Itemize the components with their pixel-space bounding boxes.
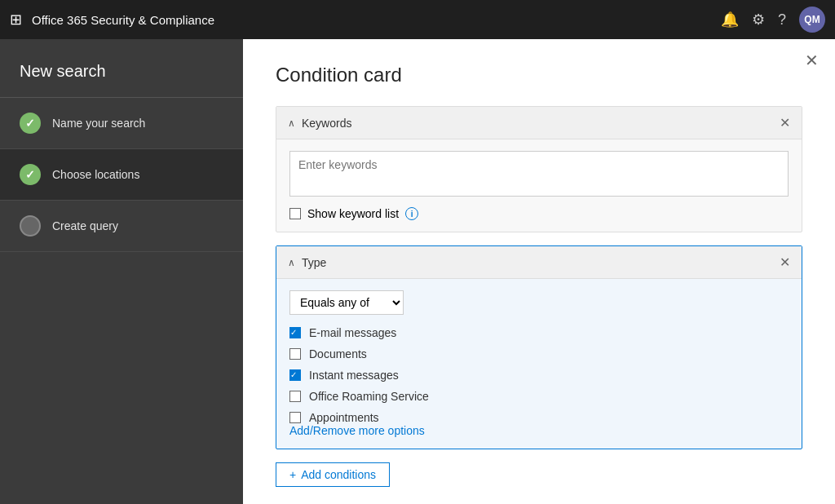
type-checkbox-roaming[interactable] xyxy=(289,391,301,402)
plus-icon: + xyxy=(289,468,296,481)
type-label-roaming: Office Roaming Service xyxy=(309,390,429,403)
content-area: ✕ Condition card ∧ Keywords ✕ Show keywo… xyxy=(243,39,835,504)
sidebar-item-choose-locations[interactable]: ✓ Choose locations xyxy=(0,149,243,201)
add-conditions-label: Add conditions xyxy=(301,468,376,481)
sidebar: New search ✓ Name your search ✓ Choose l… xyxy=(0,39,243,504)
topbar-actions: 🔔 ⚙ ? QM xyxy=(721,7,825,33)
info-icon[interactable]: i xyxy=(405,207,418,220)
dialog-title: Condition card xyxy=(276,64,802,86)
keywords-chevron-icon: ∧ xyxy=(288,117,295,129)
show-keyword-row: Show keyword list i xyxy=(289,207,789,220)
sidebar-label-create-query: Create query xyxy=(52,219,118,232)
type-card: ∧ Type ✕ Equals any of Equals Not equals… xyxy=(276,245,802,449)
type-heading: Type xyxy=(302,256,326,269)
sidebar-item-name-search[interactable]: ✓ Name your search xyxy=(0,98,243,149)
type-option-appointments[interactable]: Appointments xyxy=(289,411,789,424)
keywords-card-title-area: ∧ Keywords xyxy=(288,117,351,130)
gear-icon[interactable]: ⚙ xyxy=(752,11,765,29)
step-circle-name-search: ✓ xyxy=(20,113,41,134)
keywords-input[interactable] xyxy=(289,151,789,197)
type-checkbox-appointments[interactable] xyxy=(289,412,301,423)
step-circle-choose-locations: ✓ xyxy=(20,164,41,185)
type-label-instant: Instant messages xyxy=(309,369,399,382)
type-checkbox-email[interactable] xyxy=(289,327,301,338)
grid-icon[interactable]: ⊞ xyxy=(10,11,22,29)
keywords-card-header: ∧ Keywords ✕ xyxy=(276,107,802,139)
type-checkbox-instant[interactable] xyxy=(289,369,301,381)
type-card-header: ∧ Type ✕ xyxy=(276,246,802,279)
topbar: ⊞ Office 365 Security & Compliance 🔔 ⚙ ?… xyxy=(0,0,835,39)
type-option-office-roaming[interactable]: Office Roaming Service xyxy=(289,390,789,403)
show-keyword-label: Show keyword list xyxy=(307,207,399,220)
keywords-heading: Keywords xyxy=(302,117,351,130)
avatar[interactable]: QM xyxy=(799,7,825,33)
type-label-documents: Documents xyxy=(309,347,367,360)
bell-icon[interactable]: 🔔 xyxy=(721,11,739,29)
type-options-list: E-mail messages Documents Instant messag… xyxy=(289,326,789,424)
type-label-appointments: Appointments xyxy=(309,411,379,424)
type-checkbox-documents[interactable] xyxy=(289,348,301,360)
sidebar-label-name-search: Name your search xyxy=(52,117,145,130)
type-card-body: Equals any of Equals Not equals E-mail m… xyxy=(276,279,802,449)
type-label-email: E-mail messages xyxy=(309,326,396,339)
type-option-documents[interactable]: Documents xyxy=(289,347,789,360)
app-title: Office 365 Security & Compliance xyxy=(32,13,721,27)
type-select[interactable]: Equals any of Equals Not equals xyxy=(289,290,404,315)
sidebar-item-create-query[interactable]: Create query xyxy=(0,201,243,252)
add-conditions-button[interactable]: + Add conditions xyxy=(276,462,390,487)
type-chevron-icon: ∧ xyxy=(288,257,295,268)
main-layout: New search ✓ Name your search ✓ Choose l… xyxy=(0,39,835,504)
keywords-card-body: Show keyword list i xyxy=(276,139,802,232)
type-option-instant-messages[interactable]: Instant messages xyxy=(289,369,789,382)
show-keyword-checkbox[interactable] xyxy=(289,208,301,219)
add-remove-link[interactable]: Add/Remove more options xyxy=(289,424,425,437)
step-circle-create-query xyxy=(20,215,41,237)
keywords-card-close-button[interactable]: ✕ xyxy=(780,115,790,130)
dialog-close-button[interactable]: ✕ xyxy=(805,52,819,69)
type-card-close-button[interactable]: ✕ xyxy=(780,254,790,270)
keywords-card: ∧ Keywords ✕ Show keyword list i xyxy=(276,106,802,232)
type-option-email[interactable]: E-mail messages xyxy=(289,326,789,339)
help-icon[interactable]: ? xyxy=(778,11,786,29)
sidebar-title: New search xyxy=(0,39,243,98)
type-card-title-area: ∧ Type xyxy=(288,256,326,269)
sidebar-label-choose-locations: Choose locations xyxy=(52,168,139,181)
